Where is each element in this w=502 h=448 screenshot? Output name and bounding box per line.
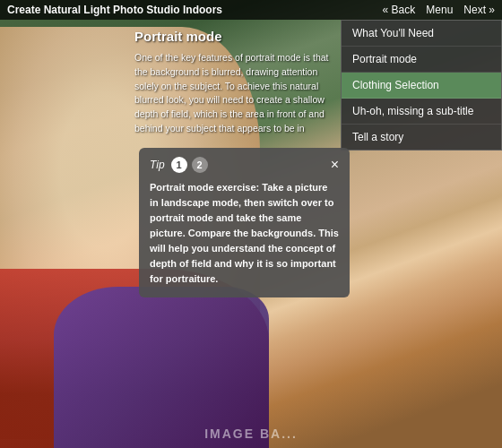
navigation-bar: « Back Menu Next » [383,4,495,16]
tip-label: Tip [150,159,165,171]
tip-circle-2[interactable]: 2 [192,157,208,173]
menu-item-portrait-mode[interactable]: Portrait mode [342,47,501,73]
menu-item-what-youll-need[interactable]: What You'll Need [342,21,501,47]
next-button[interactable]: Next » [463,4,495,16]
top-bar: Create Natural Light Photo Studio Indoor… [0,0,502,20]
tip-circle-1[interactable]: 1 [171,157,187,173]
menu-button[interactable]: Menu [426,4,453,16]
content-title: Portrait mode [134,29,332,44]
menu-item-uh-oh[interactable]: Uh-oh, missing a sub-title [342,99,501,125]
back-button[interactable]: « Back [383,4,416,16]
dropdown-menu: What You'll NeedPortrait modeClothing Se… [341,20,502,151]
menu-item-tell-a-story[interactable]: Tell a story [342,125,501,150]
page-title: Create Natural Light Photo Studio Indoor… [7,4,383,16]
tip-text: Portrait mode exercise: Take a picture i… [150,180,339,287]
content-text: One of the key features of portrait mode… [134,51,332,136]
watermark: IMAGE BA... [204,426,298,441]
tip-box: Tip 1 2 × Portrait mode exercise: Take a… [139,148,350,297]
jacket-purple-overlay [54,287,269,448]
tip-header: Tip 1 2 × [150,157,339,173]
content-panel: Portrait mode One of the key features of… [126,20,341,145]
menu-item-clothing-selection[interactable]: Clothing Selection [342,73,501,99]
tip-close-button[interactable]: × [331,158,339,172]
